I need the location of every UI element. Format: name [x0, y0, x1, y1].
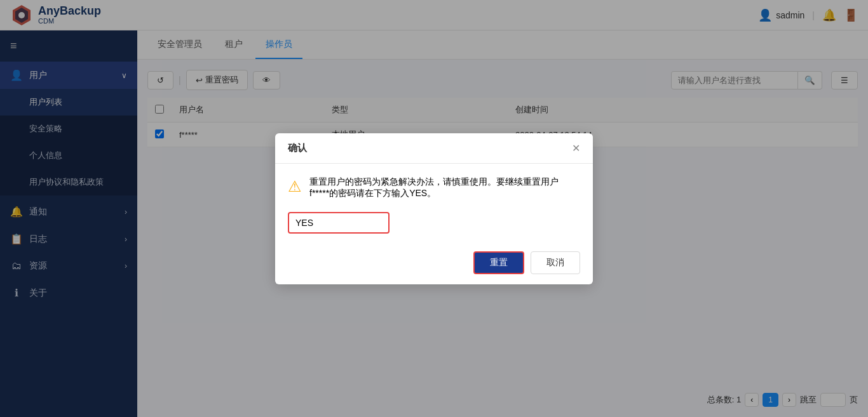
- dialog-header: 确认 ✕: [275, 133, 593, 164]
- dialog-footer: 重置 取消: [275, 244, 593, 284]
- dialog-body: ⚠ 重置用户的密码为紧急解决办法，请慎重使用。要继续重置用户 f*****的密码…: [275, 164, 593, 244]
- confirm-input[interactable]: [288, 212, 390, 234]
- dialog-close-button[interactable]: ✕: [572, 142, 580, 154]
- dialog-line2: f*****的密码请在下方输入YES。: [309, 188, 559, 199]
- warning-icon: ⚠: [288, 178, 302, 195]
- dialog-text: 重置用户的密码为紧急解决办法，请慎重使用。要继续重置用户 f*****的密码请在…: [309, 176, 559, 199]
- dialog-message: ⚠ 重置用户的密码为紧急解决办法，请慎重使用。要继续重置用户 f*****的密码…: [288, 176, 580, 199]
- dialog-title: 确认: [288, 142, 307, 154]
- dialog-line1: 重置用户的密码为紧急解决办法，请慎重使用。要继续重置用户: [309, 176, 559, 188]
- confirm-dialog: 确认 ✕ ⚠ 重置用户的密码为紧急解决办法，请慎重使用。要继续重置用户 f***…: [275, 133, 593, 284]
- modal-overlay: 确认 ✕ ⚠ 重置用户的密码为紧急解决办法，请慎重使用。要继续重置用户 f***…: [0, 0, 868, 417]
- dialog-confirm-button[interactable]: 重置: [473, 251, 524, 274]
- dialog-cancel-button[interactable]: 取消: [531, 251, 580, 274]
